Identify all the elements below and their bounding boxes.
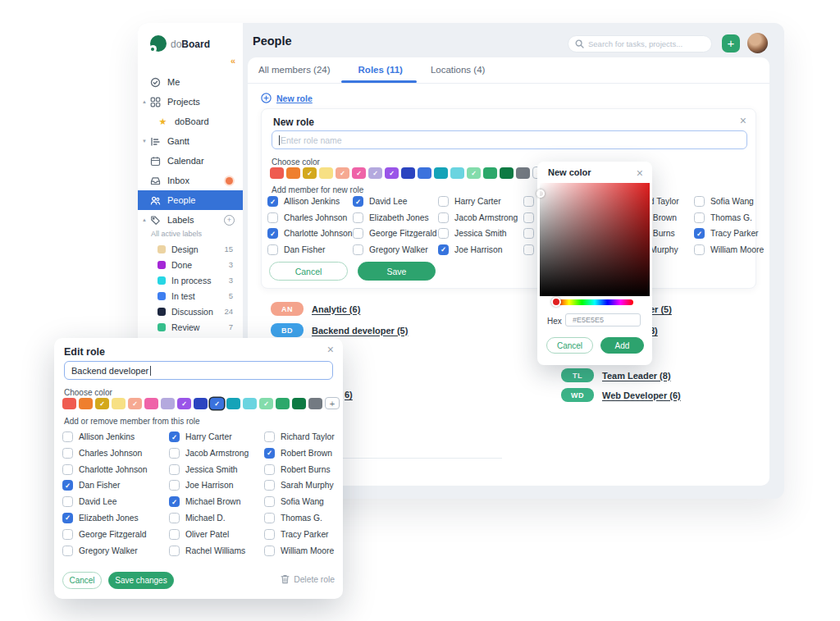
sidebar-item-me[interactable]: Me: [138, 72, 243, 92]
member-row[interactable]: George Fitzgerald: [353, 228, 436, 239]
member-row[interactable]: Charlotte Johnson: [267, 228, 353, 239]
color-swatch[interactable]: [270, 167, 284, 179]
member-row[interactable]: Dan Fisher: [62, 480, 148, 491]
member-row[interactable]: Jacob Armstrong: [438, 212, 518, 223]
member-checkbox[interactable]: [694, 196, 705, 207]
role-name-input[interactable]: Backend developer: [64, 361, 333, 380]
member-checkbox[interactable]: [267, 244, 278, 255]
color-swatch[interactable]: [62, 398, 76, 409]
chevron-down-icon[interactable]: [142, 139, 147, 144]
color-swatch[interactable]: [144, 398, 158, 409]
close-icon[interactable]: [740, 114, 746, 127]
color-swatch[interactable]: [500, 167, 514, 179]
member-row[interactable]: Thomas G.: [264, 513, 335, 523]
member-row[interactable]: Harry Carter: [438, 196, 518, 207]
saturation-value-gradient[interactable]: [540, 183, 650, 296]
label-item[interactable]: In process 3: [138, 272, 243, 288]
member-row[interactable]: Joe Harrison: [169, 480, 249, 491]
member-checkbox[interactable]: [264, 464, 275, 475]
member-checkbox[interactable]: [694, 244, 705, 255]
member-checkbox[interactable]: [694, 212, 705, 223]
color-swatch[interactable]: [308, 398, 322, 409]
cancel-button[interactable]: Cancel: [269, 262, 348, 281]
role-link[interactable]: Web Developer (6): [602, 390, 681, 400]
member-row[interactable]: David Lee: [62, 496, 148, 507]
color-swatch[interactable]: [450, 167, 464, 179]
member-checkbox[interactable]: [523, 244, 534, 255]
member-checkbox[interactable]: [264, 448, 275, 459]
role-link[interactable]: Analytic (6): [312, 304, 360, 314]
new-role-link[interactable]: New role: [261, 93, 313, 103]
member-checkbox[interactable]: [438, 212, 449, 223]
color-swatch[interactable]: [319, 167, 333, 179]
color-swatch[interactable]: [336, 167, 349, 179]
color-swatch[interactable]: [385, 167, 399, 179]
member-row[interactable]: Tracy Parker: [694, 228, 764, 239]
user-avatar[interactable]: [747, 33, 768, 53]
member-checkbox[interactable]: [267, 228, 278, 239]
color-swatch[interactable]: [467, 167, 481, 179]
member-checkbox[interactable]: [62, 529, 73, 540]
save-changes-button[interactable]: Save changes: [108, 572, 174, 589]
member-row[interactable]: Harry Carter: [169, 432, 249, 442]
member-row[interactable]: Sofia Wang: [264, 496, 335, 507]
label-item[interactable]: Design 15: [138, 241, 243, 257]
member-row[interactable]: Robert Brown: [264, 448, 335, 459]
member-row[interactable]: Jessica Smith: [438, 228, 518, 239]
member-row[interactable]: Michael Brown: [169, 496, 249, 507]
color-swatch[interactable]: [226, 398, 240, 409]
chevron-up-icon[interactable]: [142, 99, 147, 104]
member-checkbox[interactable]: [264, 432, 275, 442]
member-row[interactable]: Oliver Patel: [169, 529, 249, 540]
member-row[interactable]: Elizabeth Jones: [62, 513, 148, 523]
role-name-input[interactable]: Enter role name: [272, 130, 747, 149]
cancel-button[interactable]: Cancel: [62, 572, 102, 589]
sidebar-item-inbox[interactable]: Inbox: [138, 171, 243, 190]
sidebar-item-doboard-project[interactable]: doBoard: [138, 112, 243, 131]
tab[interactable]: Roles (11): [358, 65, 403, 75]
delete-role-button[interactable]: Delete role: [281, 574, 335, 584]
save-button[interactable]: Save: [358, 262, 436, 281]
member-checkbox[interactable]: [264, 480, 275, 491]
member-checkbox[interactable]: [264, 529, 275, 540]
member-row[interactable]: Tracy Parker: [264, 529, 335, 540]
tab[interactable]: All members (24): [258, 65, 331, 75]
member-row[interactable]: Richard Taylor: [264, 432, 335, 442]
color-swatch[interactable]: [401, 167, 415, 179]
member-checkbox[interactable]: [62, 513, 73, 523]
member-checkbox[interactable]: [169, 480, 180, 491]
hue-slider-handle[interactable]: [551, 297, 561, 307]
member-checkbox[interactable]: [267, 196, 278, 207]
color-swatch[interactable]: [177, 398, 191, 409]
member-row[interactable]: Jessica Smith: [169, 464, 249, 475]
member-checkbox[interactable]: [353, 228, 363, 239]
member-row[interactable]: Michael D.: [169, 513, 249, 523]
color-swatch[interactable]: [303, 167, 317, 179]
member-checkbox[interactable]: [438, 196, 449, 207]
color-swatch[interactable]: [276, 398, 290, 409]
color-swatch[interactable]: [352, 167, 366, 179]
member-checkbox[interactable]: [62, 480, 73, 491]
member-row[interactable]: David Lee: [353, 196, 436, 207]
member-row[interactable]: William Moore: [694, 244, 764, 255]
member-checkbox[interactable]: [169, 529, 180, 540]
tab[interactable]: Locations (4): [431, 65, 485, 75]
member-checkbox[interactable]: [62, 546, 73, 556]
member-checkbox[interactable]: [353, 212, 363, 223]
hue-slider[interactable]: [556, 299, 633, 305]
member-row[interactable]: Robert Burns: [264, 464, 335, 475]
hex-input[interactable]: #E5E5E5: [565, 313, 641, 326]
add-color-button[interactable]: [325, 397, 340, 409]
color-swatch[interactable]: [483, 167, 497, 179]
sidebar-item-labels[interactable]: Labels: [138, 210, 243, 230]
member-row[interactable]: Thomas G.: [694, 212, 764, 223]
member-row[interactable]: Elizabeth Jones: [353, 212, 436, 223]
member-checkbox[interactable]: [62, 432, 73, 442]
gradient-cursor[interactable]: [536, 189, 545, 198]
member-checkbox[interactable]: [353, 244, 363, 255]
cancel-button[interactable]: Cancel: [546, 337, 593, 354]
member-checkbox[interactable]: [169, 546, 180, 556]
member-row[interactable]: Charles Johnson: [267, 212, 353, 223]
color-swatch[interactable]: [292, 398, 306, 409]
member-checkbox[interactable]: [523, 212, 534, 223]
